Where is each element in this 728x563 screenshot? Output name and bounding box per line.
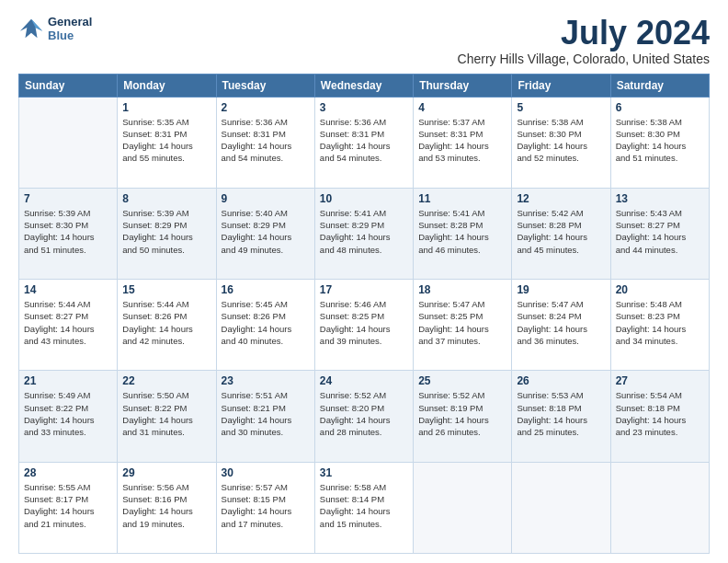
day-number: 25 [418,374,506,387]
day-info: Sunrise: 5:56 AM Sunset: 8:16 PM Dayligh… [122,481,210,530]
day-info: Sunrise: 5:51 AM Sunset: 8:21 PM Dayligh… [222,389,310,438]
day-number: 9 [222,192,310,205]
calendar-cell: 26Sunrise: 5:53 AM Sunset: 8:18 PM Dayli… [512,371,610,462]
day-number: 7 [24,192,112,205]
calendar-week-row: 14Sunrise: 5:44 AM Sunset: 8:27 PM Dayli… [19,280,710,371]
day-info: Sunrise: 5:41 AM Sunset: 8:28 PM Dayligh… [418,207,506,256]
day-number: 17 [320,283,408,296]
calendar-cell: 28Sunrise: 5:55 AM Sunset: 8:17 PM Dayli… [19,462,118,553]
day-info: Sunrise: 5:57 AM Sunset: 8:15 PM Dayligh… [222,481,310,530]
calendar-cell: 17Sunrise: 5:46 AM Sunset: 8:25 PM Dayli… [314,280,413,371]
calendar-cell: 14Sunrise: 5:44 AM Sunset: 8:27 PM Dayli… [19,280,118,371]
calendar-cell: 25Sunrise: 5:52 AM Sunset: 8:19 PM Dayli… [414,371,512,462]
day-info: Sunrise: 5:47 AM Sunset: 8:24 PM Dayligh… [517,298,605,347]
calendar-body: 1Sunrise: 5:35 AM Sunset: 8:31 PM Daylig… [19,97,710,553]
day-info: Sunrise: 5:37 AM Sunset: 8:31 PM Dayligh… [418,116,506,165]
calendar-header-row: SundayMondayTuesdayWednesdayThursdayFrid… [19,74,710,97]
day-number: 30 [222,466,310,479]
weekday-header: Wednesday [314,74,413,97]
day-number: 13 [616,192,704,205]
day-number: 19 [517,283,605,296]
day-number: 4 [418,101,506,114]
day-number: 12 [517,192,605,205]
day-info: Sunrise: 5:35 AM Sunset: 8:31 PM Dayligh… [122,116,210,165]
weekday-header: Tuesday [216,74,314,97]
weekday-header: Sunday [19,74,118,97]
calendar-week-row: 7Sunrise: 5:39 AM Sunset: 8:30 PM Daylig… [19,188,710,279]
day-info: Sunrise: 5:52 AM Sunset: 8:20 PM Dayligh… [320,389,408,438]
day-info: Sunrise: 5:47 AM Sunset: 8:25 PM Dayligh… [418,298,506,347]
calendar-cell: 9Sunrise: 5:40 AM Sunset: 8:29 PM Daylig… [216,188,314,279]
logo-text: General Blue [48,15,92,42]
day-number: 16 [222,283,310,296]
day-number: 10 [320,192,408,205]
day-number: 27 [616,374,704,387]
calendar-cell: 27Sunrise: 5:54 AM Sunset: 8:18 PM Dayli… [610,371,709,462]
calendar-week-row: 21Sunrise: 5:49 AM Sunset: 8:22 PM Dayli… [19,371,710,462]
calendar-cell: 10Sunrise: 5:41 AM Sunset: 8:29 PM Dayli… [314,188,413,279]
day-number: 18 [418,283,506,296]
logo: General Blue [18,15,92,42]
calendar-cell: 29Sunrise: 5:56 AM Sunset: 8:16 PM Dayli… [118,462,216,553]
day-info: Sunrise: 5:38 AM Sunset: 8:30 PM Dayligh… [517,116,605,165]
subtitle: Cherry Hills Village, Colorado, United S… [458,52,710,66]
day-number: 1 [122,101,210,114]
calendar-cell: 8Sunrise: 5:39 AM Sunset: 8:29 PM Daylig… [118,188,216,279]
header: General Blue July 2024 Cherry Hills Vill… [18,15,710,66]
calendar-cell: 11Sunrise: 5:41 AM Sunset: 8:28 PM Dayli… [414,188,512,279]
title-area: July 2024 Cherry Hills Village, Colorado… [458,15,710,66]
calendar-cell: 1Sunrise: 5:35 AM Sunset: 8:31 PM Daylig… [118,97,216,188]
day-info: Sunrise: 5:53 AM Sunset: 8:18 PM Dayligh… [517,389,605,438]
day-info: Sunrise: 5:50 AM Sunset: 8:22 PM Dayligh… [122,389,210,438]
day-info: Sunrise: 5:38 AM Sunset: 8:30 PM Dayligh… [616,116,704,165]
calendar-cell: 24Sunrise: 5:52 AM Sunset: 8:20 PM Dayli… [314,371,413,462]
day-info: Sunrise: 5:36 AM Sunset: 8:31 PM Dayligh… [320,116,408,165]
calendar-cell: 2Sunrise: 5:36 AM Sunset: 8:31 PM Daylig… [216,97,314,188]
day-number: 11 [418,192,506,205]
day-number: 24 [320,374,408,387]
calendar-cell: 30Sunrise: 5:57 AM Sunset: 8:15 PM Dayli… [216,462,314,553]
day-info: Sunrise: 5:43 AM Sunset: 8:27 PM Dayligh… [616,207,704,256]
day-number: 29 [122,466,210,479]
day-number: 31 [320,466,408,479]
calendar-cell [610,462,709,553]
weekday-header: Friday [512,74,610,97]
day-number: 20 [616,283,704,296]
calendar-week-row: 1Sunrise: 5:35 AM Sunset: 8:31 PM Daylig… [19,97,710,188]
calendar-cell: 12Sunrise: 5:42 AM Sunset: 8:28 PM Dayli… [512,188,610,279]
logo-icon [18,16,44,41]
calendar-cell: 4Sunrise: 5:37 AM Sunset: 8:31 PM Daylig… [414,97,512,188]
calendar-cell: 15Sunrise: 5:44 AM Sunset: 8:26 PM Dayli… [118,280,216,371]
weekday-header: Monday [118,74,216,97]
day-info: Sunrise: 5:39 AM Sunset: 8:30 PM Dayligh… [24,207,112,256]
day-info: Sunrise: 5:41 AM Sunset: 8:29 PM Dayligh… [320,207,408,256]
calendar-cell: 19Sunrise: 5:47 AM Sunset: 8:24 PM Dayli… [512,280,610,371]
weekday-header: Thursday [414,74,512,97]
day-number: 23 [222,374,310,387]
day-number: 28 [24,466,112,479]
day-info: Sunrise: 5:54 AM Sunset: 8:18 PM Dayligh… [616,389,704,438]
day-number: 5 [517,101,605,114]
calendar-cell: 13Sunrise: 5:43 AM Sunset: 8:27 PM Dayli… [610,188,709,279]
day-number: 21 [24,374,112,387]
calendar-week-row: 28Sunrise: 5:55 AM Sunset: 8:17 PM Dayli… [19,462,710,553]
page: General Blue July 2024 Cherry Hills Vill… [0,0,728,563]
day-info: Sunrise: 5:44 AM Sunset: 8:26 PM Dayligh… [122,298,210,347]
day-info: Sunrise: 5:39 AM Sunset: 8:29 PM Dayligh… [122,207,210,256]
day-info: Sunrise: 5:48 AM Sunset: 8:23 PM Dayligh… [616,298,704,347]
calendar: SundayMondayTuesdayWednesdayThursdayFrid… [18,74,710,554]
day-info: Sunrise: 5:42 AM Sunset: 8:28 PM Dayligh… [517,207,605,256]
calendar-cell [512,462,610,553]
day-info: Sunrise: 5:45 AM Sunset: 8:26 PM Dayligh… [222,298,310,347]
calendar-cell: 7Sunrise: 5:39 AM Sunset: 8:30 PM Daylig… [19,188,118,279]
day-info: Sunrise: 5:44 AM Sunset: 8:27 PM Dayligh… [24,298,112,347]
day-info: Sunrise: 5:58 AM Sunset: 8:14 PM Dayligh… [320,481,408,530]
day-info: Sunrise: 5:36 AM Sunset: 8:31 PM Dayligh… [222,116,310,165]
calendar-cell: 21Sunrise: 5:49 AM Sunset: 8:22 PM Dayli… [19,371,118,462]
calendar-cell: 22Sunrise: 5:50 AM Sunset: 8:22 PM Dayli… [118,371,216,462]
day-number: 3 [320,101,408,114]
calendar-cell: 18Sunrise: 5:47 AM Sunset: 8:25 PM Dayli… [414,280,512,371]
day-number: 2 [222,101,310,114]
calendar-cell: 20Sunrise: 5:48 AM Sunset: 8:23 PM Dayli… [610,280,709,371]
calendar-cell: 3Sunrise: 5:36 AM Sunset: 8:31 PM Daylig… [314,97,413,188]
